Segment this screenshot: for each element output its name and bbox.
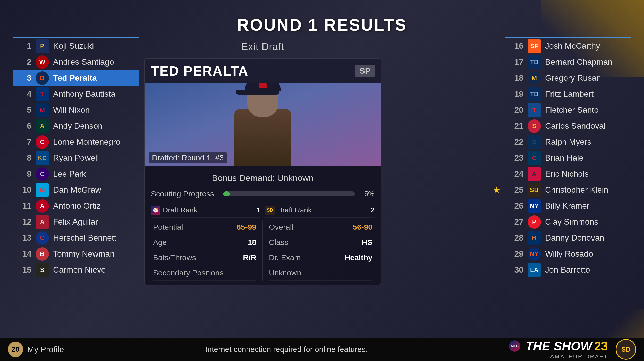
pick-number: 29 <box>508 249 523 259</box>
right-draft-item-27[interactable]: 27 P Clay Simmons <box>505 214 631 230</box>
player-card-header: TED PERALTA SP <box>145 59 381 83</box>
pick-number: 20 <box>508 105 523 115</box>
left-draft-item-15[interactable]: 15 S Carmen Nieve <box>13 262 139 278</box>
right-draft-item-24[interactable]: 24 A Eric Nichols <box>505 166 631 182</box>
team-logo: M <box>36 183 49 197</box>
pick-number: 17 <box>508 57 523 67</box>
show-logo: MLB THE SHOW 23 AMATEUR DRAFT SD <box>509 339 636 360</box>
player-name-left: Herschel Bennett <box>53 233 116 243</box>
player-name-right: Danny Donovan <box>545 233 604 243</box>
player-name-left: Antonio Ortiz <box>53 201 101 211</box>
stats-grid: Potential 65-99 Age 18 Bats/Throws R/R S… <box>151 220 375 281</box>
left-draft-item-12[interactable]: 12 A Felix Aguilar <box>13 214 139 230</box>
pick-number: 19 <box>508 89 523 99</box>
team-logo: S <box>528 119 541 133</box>
player-name-left: Will Nixon <box>53 105 90 115</box>
player-name-left: Lee Park <box>53 169 86 179</box>
right-stats-col: Overall 56-90 Class HS Dr. Exam Healthy … <box>263 220 375 281</box>
team-logo: A <box>36 215 49 229</box>
right-draft-item-28[interactable]: 28 H Danny Donovan <box>505 230 631 246</box>
pick-number: 23 <box>508 153 523 163</box>
right-draft-item-22[interactable]: 22 S Ralph Myers <box>505 134 631 150</box>
age-row: Age 18 <box>153 235 256 250</box>
pick-number: 18 <box>508 73 523 83</box>
left-draft-item-10[interactable]: 10 M Dan McGraw <box>13 182 139 198</box>
star-marker: ★ <box>493 185 501 195</box>
secondary-positions-row: Secondary Positions <box>153 265 256 281</box>
profile-badge: 20 <box>8 342 23 357</box>
drafted-text: Drafted: Round 1, #3 <box>149 152 227 163</box>
dr-exam-value: Healthy <box>345 253 372 262</box>
left-draft-item-8[interactable]: 8 KC Ryan Powell <box>13 150 139 166</box>
team-logo: H <box>528 231 541 245</box>
pick-number: 2 <box>16 57 31 67</box>
right-draft-item-21[interactable]: 21 S Carlos Sandoval <box>505 118 631 134</box>
right-draft-item-23[interactable]: 23 C Brian Hale <box>505 150 631 166</box>
pick-number: 7 <box>16 137 31 147</box>
player-name-right: Brian Hale <box>545 153 583 163</box>
team-logo: T <box>36 87 49 101</box>
right-draft-item-26[interactable]: 26 NY Billy Kramer <box>505 198 631 214</box>
pick-number: 25 <box>508 185 523 195</box>
right-draft-item-20[interactable]: 20 T Fletcher Santo <box>505 102 631 118</box>
pick-number: 8 <box>16 153 31 163</box>
player-name-right: Christopher Klein <box>545 185 608 195</box>
team-logo: SF <box>528 39 541 53</box>
pick-number: 1 <box>16 41 31 51</box>
exit-draft-button[interactable]: Exit Draft <box>144 37 381 56</box>
class-label: Class <box>269 238 288 247</box>
amateur-draft-label: AMATEUR DRAFT <box>550 353 608 360</box>
pick-number: 28 <box>508 233 523 243</box>
team-logo: S <box>528 135 541 149</box>
left-stats-col: Potential 65-99 Age 18 Bats/Throws R/R S… <box>151 220 263 281</box>
team-logo: TB <box>528 55 541 69</box>
player-name-left: Andy Denson <box>53 121 103 131</box>
overall-label: Overall <box>269 223 293 232</box>
sd-logo-bottom: SD <box>616 339 636 360</box>
left-draft-item-13[interactable]: 13 C Herschel Bennett <box>13 230 139 246</box>
right-draft-item-25[interactable]: ★ 25 SD Christopher Klein <box>505 182 631 198</box>
left-draft-item-7[interactable]: 7 C Lorne Montenegro <box>13 134 139 150</box>
right-draft-item-19[interactable]: 19 TB Fritz Lambert <box>505 86 631 102</box>
team-logo: A <box>528 167 541 181</box>
team-logo: W <box>36 55 49 69</box>
internet-notice: Internet connection required for online … <box>64 345 509 354</box>
left-draft-item-9[interactable]: 9 C Lee Park <box>13 166 139 182</box>
team-logo: M <box>36 103 49 117</box>
page-title: ROUND 1 RESULTS <box>237 15 407 35</box>
team-logo: NY <box>528 199 541 213</box>
player-name-right: Ralph Myers <box>545 137 591 147</box>
right-draft-item-29[interactable]: 29 NY Willy Rosado <box>505 246 631 262</box>
mlb-draft-rank-value: 1 <box>256 206 260 214</box>
left-draft-item-4[interactable]: 4 T Anthony Bautista <box>13 86 139 102</box>
player-name-right: Gregory Rusan <box>545 73 601 83</box>
age-label: Age <box>153 238 167 247</box>
right-draft-item-18[interactable]: 18 M Gregory Rusan <box>505 70 631 86</box>
team-logo: NY <box>528 247 541 261</box>
pick-number: 30 <box>508 265 523 275</box>
my-profile-label: My Profile <box>27 345 64 354</box>
right-draft-item-30[interactable]: 30 LA Jon Barretto <box>505 262 631 278</box>
left-draft-list: 1 P Koji Suzuki 2 W Andres Santiago 3 D … <box>13 37 139 278</box>
team-logo: T <box>528 103 541 117</box>
right-draft-item-16[interactable]: 16 SF Josh McCarthy <box>505 38 631 54</box>
class-row: Class HS <box>269 235 372 250</box>
show-brand-text: THE SHOW <box>526 339 592 353</box>
left-draft-item-5[interactable]: 5 M Will Nixon <box>13 102 139 118</box>
left-draft-item-3[interactable]: 3 D Ted Peralta <box>13 70 139 86</box>
pick-number: 15 <box>16 265 31 275</box>
left-draft-item-6[interactable]: 6 A Andy Denson <box>13 118 139 134</box>
left-draft-item-14[interactable]: 14 B Tommy Newman <box>13 246 139 262</box>
player-name-left: Felix Aguilar <box>53 217 98 227</box>
left-draft-item-11[interactable]: 11 A Antonio Ortiz <box>13 198 139 214</box>
overall-row: Overall 56-90 <box>269 220 372 235</box>
player-name-right: Clay Simmons <box>545 217 598 227</box>
left-draft-item-1[interactable]: 1 P Koji Suzuki <box>13 38 139 54</box>
left-draft-item-2[interactable]: 2 W Andres Santiago <box>13 54 139 70</box>
overall-value: 56-90 <box>353 223 372 232</box>
right-draft-item-17[interactable]: 17 TB Bernard Chapman <box>505 54 631 70</box>
bottom-bar: 20 My Profile Internet connection requir… <box>0 338 644 361</box>
team-logo: C <box>528 151 541 165</box>
player-name-right: Willy Rosado <box>545 249 593 259</box>
mlb-draft-rank-label: Draft Rank <box>163 206 197 214</box>
